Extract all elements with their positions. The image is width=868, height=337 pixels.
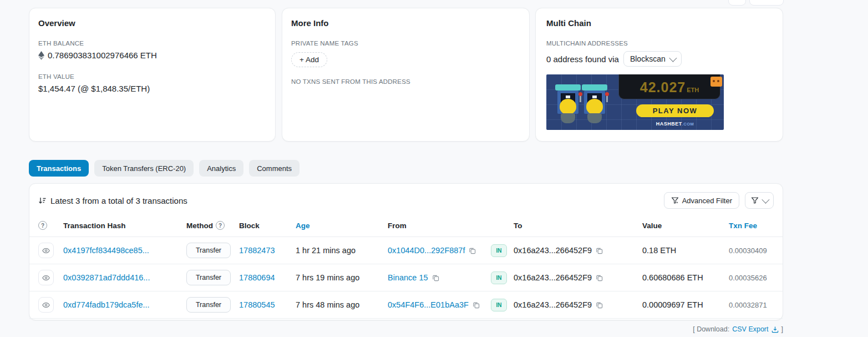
tab-transactions[interactable]: Transactions bbox=[29, 160, 89, 177]
addresses-found-text: 0 address found via bbox=[546, 54, 619, 64]
transaction-row: 0xd774fadb179dca5fe... Transfer 17880545… bbox=[29, 291, 783, 319]
chevron-down-icon bbox=[762, 196, 769, 204]
copy-icon[interactable] bbox=[596, 301, 603, 309]
transaction-row: 0x4197fcf834498ce85... Transfer 17882473… bbox=[29, 237, 783, 264]
ad-play-now-button[interactable]: PLAY NOW bbox=[636, 104, 714, 117]
block-link[interactable]: 17880694 bbox=[239, 273, 275, 282]
copy-icon[interactable] bbox=[596, 247, 603, 254]
help-icon: ? bbox=[216, 221, 225, 230]
cropped-header-button[interactable] bbox=[749, 0, 784, 6]
add-name-tag-button[interactable]: + Add bbox=[291, 52, 327, 67]
portal-select[interactable]: Blockscan bbox=[623, 51, 682, 67]
private-name-tags-label: PRIVATE NAME TAGS bbox=[291, 40, 520, 47]
copy-icon[interactable] bbox=[469, 247, 476, 254]
funnel-icon bbox=[751, 197, 759, 204]
direction-badge: IN bbox=[491, 244, 507, 257]
copy-icon[interactable] bbox=[596, 274, 603, 281]
funnel-sparkle-icon bbox=[671, 197, 679, 204]
tx-age: 7 hrs 48 mins ago bbox=[296, 300, 388, 309]
ad-jackpot-amount: 42.027 bbox=[640, 79, 686, 95]
col-value: Value bbox=[642, 222, 729, 230]
eth-value: $1,454.47 (@ $1,848.35/ETH) bbox=[38, 84, 266, 93]
col-txn-fee-toggle[interactable]: Txn Fee bbox=[729, 222, 774, 230]
csv-export-link[interactable]: CSV Export bbox=[732, 325, 768, 333]
method-chip: Transfer bbox=[186, 297, 231, 313]
transactions-table-header: ? Transaction Hash Method? Block Age Fro… bbox=[29, 214, 783, 237]
tx-age: 7 hrs 19 mins ago bbox=[296, 273, 388, 282]
tx-value: 0.00009697 ETH bbox=[642, 300, 729, 309]
ad-jackpot-display: 42.027 ETH bbox=[618, 74, 720, 99]
etherscan-address-page: Overview ETH BALANCE 0.78690383100297646… bbox=[0, 0, 868, 337]
from-address-link[interactable]: 0x1044D0...292F887f bbox=[388, 246, 465, 255]
eth-value-label: ETH VALUE bbox=[38, 73, 266, 80]
method-chip: Transfer bbox=[186, 270, 231, 285]
more-info-title: More Info bbox=[291, 18, 520, 28]
direction-badge: IN bbox=[491, 299, 507, 311]
eth-balance-value: 0.786903831002976466 ETH bbox=[48, 51, 157, 60]
tx-hash-link[interactable]: 0x4197fcf834498ce85... bbox=[63, 246, 149, 255]
tx-preview-eye-button[interactable] bbox=[38, 270, 54, 285]
col-to: To bbox=[514, 222, 642, 230]
tx-hash-link[interactable]: 0x0392871ad7ddd416... bbox=[63, 273, 150, 282]
transactions-summary: Latest 3 from a total of 3 transactions bbox=[50, 196, 187, 205]
tx-fee: 0.00032871 bbox=[729, 301, 774, 309]
ad-banner[interactable]: 42.027 ETH PLAY NOW HASHBET.COM bbox=[546, 74, 724, 130]
help-icon: ? bbox=[38, 221, 47, 230]
block-link[interactable]: 17882473 bbox=[239, 246, 275, 255]
overview-title: Overview bbox=[38, 18, 266, 28]
copy-icon[interactable] bbox=[473, 301, 480, 309]
multi-chain-title: Multi Chain bbox=[546, 18, 772, 28]
advanced-filter-button[interactable]: Advanced Filter bbox=[664, 192, 739, 209]
method-chip: Transfer bbox=[186, 243, 231, 258]
sort-descending-icon bbox=[38, 197, 47, 205]
block-link[interactable]: 17880545 bbox=[239, 300, 275, 309]
ethereum-icon bbox=[38, 51, 44, 60]
to-address: 0x16a243...266452F9 bbox=[514, 300, 592, 309]
portal-select-value: Blockscan bbox=[630, 54, 666, 63]
advanced-filter-label: Advanced Filter bbox=[682, 197, 732, 205]
col-transaction-hash: Transaction Hash bbox=[63, 222, 186, 230]
download-icon[interactable] bbox=[771, 326, 779, 333]
copy-icon[interactable] bbox=[432, 274, 439, 281]
slot-machine-graphic bbox=[582, 84, 607, 127]
tx-hash-link[interactable]: 0xd774fadb179dca5fe... bbox=[63, 300, 150, 309]
no-txns-label: NO TXNS SENT FROM THIS ADDRESS bbox=[291, 78, 520, 85]
chevron-down-icon bbox=[669, 54, 677, 62]
download-prefix: [ Download: bbox=[693, 325, 729, 333]
tx-value: 0.60680686 ETH bbox=[642, 273, 729, 282]
csv-download-row: [ Download: CSV Export ] bbox=[693, 325, 783, 333]
direction-badge: IN bbox=[491, 271, 507, 284]
tx-fee: 0.00030409 bbox=[729, 247, 774, 255]
multi-chain-card: Multi Chain MULTICHAIN ADDRESSES 0 addre… bbox=[535, 8, 783, 142]
transactions-card: Latest 3 from a total of 3 transactions … bbox=[29, 183, 783, 320]
tab-analytics[interactable]: Analytics bbox=[199, 160, 243, 177]
col-method: Method bbox=[186, 222, 213, 230]
eth-balance-label: ETH BALANCE bbox=[38, 40, 266, 47]
overview-card: Overview ETH BALANCE 0.78690383100297646… bbox=[29, 8, 276, 142]
tx-preview-eye-button[interactable] bbox=[38, 297, 54, 313]
ad-brand-suffix: .COM bbox=[682, 122, 694, 127]
ad-mascot-icon bbox=[710, 77, 722, 87]
multichain-addresses-label: MULTICHAIN ADDRESSES bbox=[546, 40, 772, 47]
ad-brand-bold: HASHBET bbox=[656, 121, 682, 127]
col-age-toggle[interactable]: Age bbox=[296, 222, 388, 230]
tx-preview-eye-button[interactable] bbox=[38, 243, 54, 258]
tx-value: 0.18 ETH bbox=[642, 246, 729, 255]
to-address: 0x16a243...266452F9 bbox=[514, 246, 592, 255]
slot-machine-graphic bbox=[555, 84, 581, 127]
filter-dropdown-button[interactable] bbox=[745, 192, 774, 209]
from-address-link[interactable]: Binance 15 bbox=[388, 273, 428, 282]
ad-brand-logo: HASHBET.COM bbox=[636, 121, 714, 127]
tx-age: 1 hr 21 mins ago bbox=[296, 246, 388, 255]
from-address-link[interactable]: 0x54F4F6...E01bAa3F bbox=[388, 300, 469, 309]
col-block: Block bbox=[239, 222, 296, 230]
tab-comments[interactable]: Comments bbox=[249, 160, 300, 177]
to-address: 0x16a243...266452F9 bbox=[514, 273, 592, 282]
cropped-header-button[interactable] bbox=[728, 0, 746, 6]
tab-token-transfers[interactable]: Token Transfers (ERC-20) bbox=[94, 160, 194, 177]
address-tabs: Transactions Token Transfers (ERC-20) An… bbox=[29, 160, 300, 177]
tx-fee: 0.00035626 bbox=[729, 274, 774, 282]
ad-jackpot-unit: ETH bbox=[687, 87, 699, 93]
col-from: From bbox=[388, 222, 491, 230]
download-suffix: ] bbox=[781, 325, 783, 333]
